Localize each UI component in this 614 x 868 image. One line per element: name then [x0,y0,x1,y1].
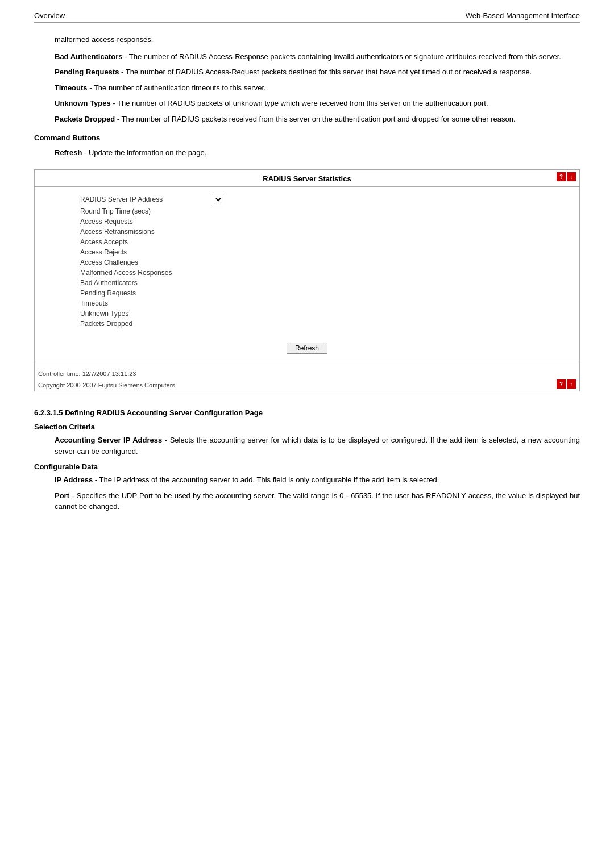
row-label: Unknown Types [80,310,205,318]
packets-dropped-bold: Packets Dropped [55,115,115,123]
command-buttons-heading: Command Buttons [34,132,580,144]
paragraphs-section: Bad Authenticators - The number of RADIU… [34,51,580,125]
bottom-divider: Controller time: 12/7/2007 13:11:23 Copy… [35,362,579,391]
row-label: RADIUS Server IP Address [80,195,205,203]
bad-authenticators-text: - The number of RADIUS Access-Response p… [122,52,561,61]
ip-address-text: - The IP address of the accounting serve… [93,475,439,484]
timeouts-text: - The number of authentication timeouts … [88,84,266,92]
bad-authenticators-bold: Bad Authenticators [55,52,122,61]
ip-address-para: IP Address - The IP address of the accou… [55,474,580,486]
port-para: Port - Specifies the UDP Port to be used… [55,490,580,512]
intro-section: malformed access-responses. [34,34,580,45]
radius-table: RADIUS Server IP Address Round Trip Time… [35,187,579,335]
row-label: Access Accepts [80,238,205,246]
intro-paragraph: malformed access-responses. [55,34,580,45]
row-label: Timeouts [80,299,205,307]
timeouts-bold: Timeouts [55,84,88,92]
pending-requests-para: Pending Requests - The number of RADIUS … [55,66,580,78]
help-icon[interactable]: ? [557,172,566,181]
configurable-data-heading: Configurable Data [34,462,580,471]
table-row: Malformed Access Responses [80,268,568,278]
table-row: Access Requests [80,216,568,227]
accounting-server-ip-para: Accounting Server IP Address - Selects t… [55,435,580,457]
row-label: Bad Authenticators [80,279,205,287]
row-label: Malformed Access Responses [80,269,205,277]
timeouts-para: Timeouts - The number of authentication … [55,82,580,94]
collapse-icon[interactable]: ↓ [567,172,576,181]
expand-icon[interactable]: ↑ [567,379,576,389]
configurable-data-content: IP Address - The IP address of the accou… [34,474,580,512]
radius-statistics-box: ? ↓ RADIUS Server Statistics RADIUS Serv… [34,169,580,391]
section-6235-heading: 6.2.3.1.5 Defining RADIUS Accounting Ser… [34,408,580,417]
row-label: Access Challenges [80,258,205,266]
packets-dropped-para: Packets Dropped - The number of RADIUS p… [55,114,580,125]
accounting-server-ip-bold: Accounting Server IP Address [55,436,162,444]
packets-dropped-text: - The number of RADIUS packets received … [115,115,515,123]
radius-actions: Refresh [35,335,579,360]
selection-criteria-content: Accounting Server IP Address - Selects t… [34,435,580,457]
refresh-description: Refresh - Update the information on the … [55,147,580,158]
table-row: Unknown Types [80,308,568,319]
table-row: Round Trip Time (secs) [80,206,568,216]
footer-line1: Controller time: 12/7/2007 13:11:23 [38,368,175,377]
table-row: Access Rejects [80,247,568,257]
row-label: Access Retransmissions [80,228,205,236]
refresh-button[interactable]: Refresh [287,343,327,354]
bad-authenticators-para: Bad Authenticators - The number of RADIU… [55,51,580,62]
row-label: Access Requests [80,218,205,226]
table-row: Access Accepts [80,237,568,247]
pending-requests-bold: Pending Requests [55,68,119,76]
row-label: Round Trip Time (secs) [80,207,205,215]
table-row: RADIUS Server IP Address [80,193,568,206]
port-text: - Specifies the UDP Port to be used by t… [55,491,580,511]
ip-address-select[interactable] [211,194,223,205]
selection-criteria-heading: Selection Criteria [34,423,580,431]
bottom-icons: ? ↑ [557,379,576,389]
pending-requests-text: - The number of RADIUS Access-Request pa… [119,68,532,76]
ip-address-select-wrapper[interactable] [211,194,223,205]
header-left: Overview [34,11,65,20]
unknown-types-bold: Unknown Types [55,99,111,107]
header-right: Web-Based Management Interface [466,11,580,20]
table-row: Access Retransmissions [80,227,568,237]
footer-text: Controller time: 12/7/2007 13:11:23 Copy… [38,366,175,389]
ip-address-bold: IP Address [55,475,93,484]
footer-line2: Copyright 2000-2007 Fujitsu Siemens Comp… [38,379,175,389]
corner-icons: ? ↓ [557,172,576,181]
refresh-bold: Refresh [55,148,82,157]
radius-box-title: RADIUS Server Statistics [35,170,579,187]
port-bold: Port [55,491,69,500]
section-6235: 6.2.3.1.5 Defining RADIUS Accounting Ser… [34,408,580,512]
help-bottom-icon[interactable]: ? [557,379,566,389]
page-header: Overview Web-Based Management Interface [34,11,580,23]
table-row: Packets Dropped [80,319,568,329]
row-label: Packets Dropped [80,320,205,328]
table-row: Bad Authenticators [80,278,568,288]
table-row: Timeouts [80,298,568,308]
command-buttons-section: Command Buttons Refresh - Update the inf… [34,132,580,158]
table-row: Pending Requests [80,288,568,298]
table-row: Access Challenges [80,257,568,268]
row-label: Access Rejects [80,248,205,256]
row-label: Pending Requests [80,289,205,297]
unknown-types-text: - The number of RADIUS packets of unknow… [111,99,488,107]
refresh-text: - Update the information on the page. [82,148,206,157]
unknown-types-para: Unknown Types - The number of RADIUS pac… [55,98,580,109]
